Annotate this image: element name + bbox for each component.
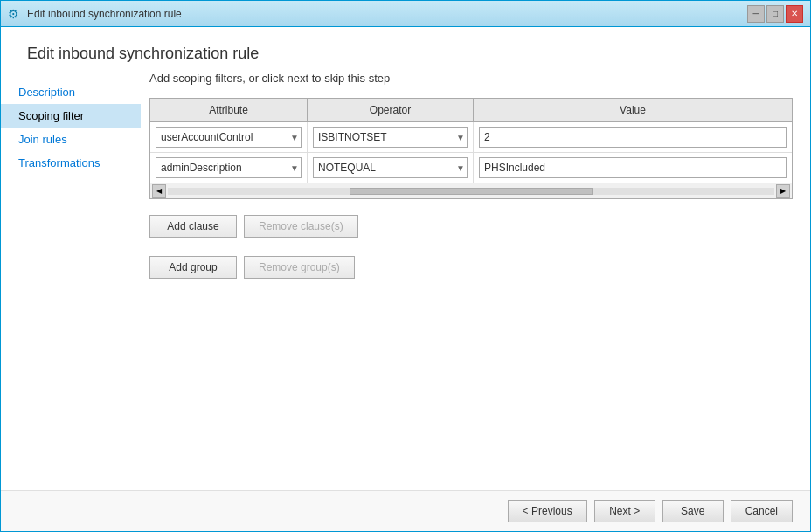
scroll-track[interactable] [168,188,774,195]
sidebar-item-join-rules[interactable]: Join rules [1,128,141,151]
row2-value-cell [474,153,792,183]
table-row: userAccountControl adminDescription ▼ IS [150,122,792,153]
page-title: Edit inbound synchronization rule [27,45,784,63]
sidebar-item-description[interactable]: Description [1,80,141,104]
row1-attribute-cell: userAccountControl adminDescription ▼ [150,122,308,152]
add-group-button[interactable]: Add group [149,256,237,279]
horizontal-scrollbar[interactable]: ◀ ▶ [150,183,792,198]
row2-attribute-dropdown-wrapper: userAccountControl adminDescription ▼ [156,157,302,178]
table-row: userAccountControl adminDescription ▼ IS [150,153,792,183]
row1-attribute-select[interactable]: userAccountControl adminDescription [156,127,302,148]
window-title: Edit inbound synchronization rule [27,8,182,20]
window-icon: ⚙ [8,7,22,21]
row2-operator-dropdown-wrapper: ISBITNOTSET NOTEQUAL EQUAL ▼ [313,157,468,178]
remove-group-button[interactable]: Remove group(s) [244,256,355,279]
row2-attribute-select[interactable]: userAccountControl adminDescription [156,157,302,178]
row2-value-input[interactable] [479,157,787,178]
close-button[interactable]: ✕ [786,5,803,23]
content-area: Edit inbound synchronization rule Descri… [1,27,810,490]
row1-operator-cell: ISBITNOTSET NOTEQUAL EQUAL ▼ [308,122,474,152]
row1-value-input[interactable] [479,127,787,148]
table-header: Attribute Operator Value [150,99,792,122]
col-header-operator: Operator [308,99,474,121]
col-header-value: Value [474,99,792,121]
remove-clause-button[interactable]: Remove clause(s) [244,215,358,238]
table-rows: userAccountControl adminDescription ▼ IS [150,122,792,183]
right-panel: Add scoping filters, or click next to sk… [141,72,810,490]
add-clause-button[interactable]: Add clause [149,215,237,238]
maximize-button[interactable]: □ [766,5,784,23]
scroll-right-button[interactable]: ▶ [776,184,790,198]
title-bar-controls: ─ □ ✕ [747,5,803,23]
save-button[interactable]: Save [662,500,724,522]
previous-button[interactable]: < Previous [508,500,587,522]
main-window: ⚙ Edit inbound synchronization rule ─ □ … [0,0,811,532]
sidebar-item-scoping-filter[interactable]: Scoping filter [1,104,141,128]
main-content: Description Scoping filter Join rules Tr… [1,72,810,490]
row1-attribute-dropdown-wrapper: userAccountControl adminDescription ▼ [156,127,302,148]
minimize-button[interactable]: ─ [747,5,765,23]
row1-value-cell [474,122,792,152]
row1-operator-dropdown-wrapper: ISBITNOTSET NOTEQUAL EQUAL ▼ [313,127,468,148]
next-button[interactable]: Next > [594,500,655,522]
sidebar-item-transformations[interactable]: Transformations [1,151,141,175]
scroll-left-button[interactable]: ◀ [152,184,166,198]
col-header-attribute: Attribute [150,99,308,121]
row1-operator-select[interactable]: ISBITNOTSET NOTEQUAL EQUAL [313,127,468,148]
title-bar: ⚙ Edit inbound synchronization rule ─ □ … [1,1,810,27]
row2-operator-cell: ISBITNOTSET NOTEQUAL EQUAL ▼ [308,153,474,183]
footer: < Previous Next > Save Cancel [1,490,810,531]
clause-buttons-group: Add clause Remove clause(s) [149,210,793,243]
sidebar: Description Scoping filter Join rules Tr… [1,72,141,490]
scroll-thumb[interactable] [350,188,593,195]
filter-table: Attribute Operator Value userAccountCont… [149,98,793,199]
row2-operator-select[interactable]: ISBITNOTSET NOTEQUAL EQUAL [313,157,468,178]
section-description: Add scoping filters, or click next to sk… [149,72,793,85]
row2-attribute-cell: userAccountControl adminDescription ▼ [150,153,308,183]
group-buttons-group: Add group Remove group(s) [149,256,793,279]
title-bar-left: ⚙ Edit inbound synchronization rule [8,7,182,21]
page-header: Edit inbound synchronization rule [1,27,810,72]
cancel-button[interactable]: Cancel [731,500,793,522]
